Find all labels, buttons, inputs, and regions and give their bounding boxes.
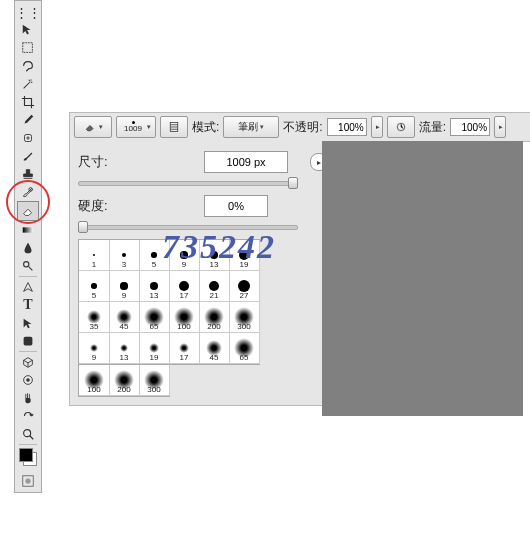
- brush-preset[interactable]: 21: [199, 271, 230, 302]
- wand-tool[interactable]: [18, 75, 38, 93]
- flow-input[interactable]: [450, 118, 490, 136]
- brush-preset[interactable]: 100: [169, 302, 200, 333]
- rotate-tool[interactable]: [18, 407, 38, 425]
- brush-preset[interactable]: 19: [139, 333, 170, 364]
- eraser-tool[interactable]: [17, 201, 39, 221]
- brush-preset[interactable]: 45: [199, 333, 230, 364]
- color-swatches[interactable]: [19, 448, 37, 466]
- brush-preset[interactable]: 5: [79, 271, 110, 302]
- dodge-tool[interactable]: [18, 257, 38, 275]
- marquee-tool[interactable]: [18, 39, 38, 57]
- size-input[interactable]: [204, 151, 288, 173]
- hardness-slider[interactable]: [78, 221, 298, 231]
- brush-panel-toggle[interactable]: [160, 116, 188, 138]
- brush-preset[interactable]: 65: [139, 302, 170, 333]
- stamp-tool[interactable]: [18, 165, 38, 183]
- brush-preset[interactable]: 13: [199, 240, 230, 271]
- hardness-input[interactable]: [204, 195, 268, 217]
- svg-rect-5: [24, 337, 33, 346]
- brush-settings-panel: 尺寸: ▸ 硬度: 135913195913172127354565100200…: [69, 141, 337, 406]
- brush-preset-grid: 1359131959131721273545651002003009131917…: [78, 239, 260, 365]
- brush-preset-grid-extra: 100200300: [78, 365, 170, 397]
- tools-toolbar: ⋮⋮ T: [14, 0, 42, 493]
- opacity-input[interactable]: [327, 118, 367, 136]
- tool-preset-picker[interactable]: ▾: [74, 116, 112, 138]
- brush-preset[interactable]: 3: [109, 240, 140, 271]
- svg-rect-0: [23, 43, 33, 53]
- brush-preset[interactable]: 5: [139, 240, 170, 271]
- 3d-tool[interactable]: [18, 353, 38, 371]
- svg-point-7: [26, 378, 30, 382]
- opacity-label: 不透明:: [283, 119, 322, 136]
- shape-tool[interactable]: [18, 332, 38, 350]
- brush-preset[interactable]: 35: [79, 302, 110, 333]
- svg-point-10: [25, 478, 30, 483]
- brush-preset[interactable]: 65: [229, 333, 260, 364]
- options-bar: ▾ 1009▾ 模式: 筆刷▾ 不透明: ▸ 流量: ▸: [69, 112, 530, 142]
- mode-label: 模式:: [192, 119, 219, 136]
- blur-tool[interactable]: [18, 239, 38, 257]
- history-brush-tool[interactable]: [18, 183, 38, 201]
- brush-size-display: 1009: [124, 124, 142, 133]
- pressure-opacity-toggle[interactable]: [387, 116, 415, 138]
- brush-preset[interactable]: 13: [139, 271, 170, 302]
- brush-preset[interactable]: 9: [79, 333, 110, 364]
- brush-preset[interactable]: 100: [79, 365, 110, 396]
- size-slider[interactable]: [78, 177, 298, 187]
- svg-point-8: [24, 430, 31, 437]
- brush-preset[interactable]: 19: [229, 240, 260, 271]
- hardness-label: 硬度:: [78, 197, 134, 215]
- flow-arrow[interactable]: ▸: [494, 116, 506, 138]
- brush-preset[interactable]: 17: [169, 333, 200, 364]
- move-tool[interactable]: [18, 21, 38, 39]
- gradient-tool[interactable]: [18, 221, 38, 239]
- path-select-tool[interactable]: [18, 314, 38, 332]
- size-label: 尺寸:: [78, 153, 134, 171]
- flow-label: 流量:: [419, 119, 446, 136]
- brush-preset[interactable]: 300: [229, 302, 260, 333]
- quickmask-tool[interactable]: [18, 472, 38, 490]
- grip[interactable]: ⋮⋮: [18, 3, 38, 21]
- eyedropper-tool[interactable]: [18, 111, 38, 129]
- type-tool[interactable]: T: [18, 296, 38, 314]
- document-canvas[interactable]: [322, 141, 523, 416]
- brush-preset[interactable]: 300: [139, 365, 170, 396]
- svg-rect-3: [23, 227, 34, 232]
- svg-point-4: [24, 262, 29, 267]
- brush-preset[interactable]: 45: [109, 302, 140, 333]
- brush-preset[interactable]: 13: [109, 333, 140, 364]
- brush-preset[interactable]: 200: [199, 302, 230, 333]
- heal-tool[interactable]: [18, 129, 38, 147]
- opacity-arrow[interactable]: ▸: [371, 116, 383, 138]
- brush-preset-picker[interactable]: 1009▾: [116, 116, 156, 138]
- pen-tool[interactable]: [18, 278, 38, 296]
- hand-tool[interactable]: [18, 389, 38, 407]
- mode-select[interactable]: 筆刷▾: [223, 116, 279, 138]
- brush-tool[interactable]: [18, 147, 38, 165]
- crop-tool[interactable]: [18, 93, 38, 111]
- brush-preset[interactable]: 9: [169, 240, 200, 271]
- 3d-camera-tool[interactable]: [18, 371, 38, 389]
- brush-preset[interactable]: 1: [79, 240, 110, 271]
- brush-preset[interactable]: 17: [169, 271, 200, 302]
- lasso-tool[interactable]: [18, 57, 38, 75]
- brush-preset[interactable]: 200: [109, 365, 140, 396]
- zoom-tool[interactable]: [18, 425, 38, 443]
- brush-preset[interactable]: 27: [229, 271, 260, 302]
- brush-preset[interactable]: 9: [109, 271, 140, 302]
